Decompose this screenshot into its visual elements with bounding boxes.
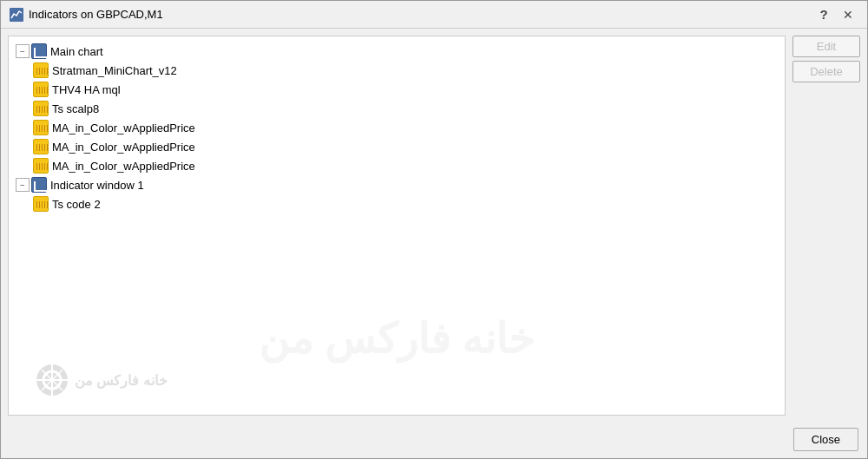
dialog-footer: Close [1, 423, 867, 458]
help-button[interactable]: ? [813, 4, 834, 25]
indicator-window-label: Indicator window 1 [50, 179, 144, 192]
svg-point-2 [43, 371, 61, 389]
watermark-logo-label: خانه فارکس من [75, 372, 168, 389]
indicator-icon-2 [33, 82, 49, 97]
list-item[interactable]: MA_in_Color_wAppliedPrice [12, 118, 781, 137]
indicator-icon-4 [33, 120, 49, 135]
title-bar-left: Indicators on GBPCAD,M1 [10, 8, 163, 22]
tree-group-main-chart[interactable]: − Main chart [12, 42, 781, 61]
close-window-button[interactable]: ✕ [838, 4, 858, 25]
title-bar: Indicators on GBPCAD,M1 ? ✕ [1, 1, 867, 29]
indicator-icon-6 [33, 158, 49, 174]
chart-folder-icon [31, 43, 47, 59]
watermark-logo-icon [35, 363, 69, 397]
item-label-1: Stratman_MiniChart_v12 [52, 64, 177, 77]
indicator-icon-1 [33, 62, 49, 78]
tree-panel: − Main chart Stratman_MiniChart_v12 THV4… [8, 36, 786, 416]
item-label-4: MA_in_Color_wAppliedPrice [52, 121, 195, 134]
collapse-main-chart[interactable]: − [16, 44, 30, 58]
list-item[interactable]: Ts code 2 [12, 194, 781, 213]
indicator-icon-5 [33, 139, 49, 154]
list-item[interactable]: Stratman_MiniChart_v12 [12, 61, 781, 80]
list-item[interactable]: Ts scalp8 [12, 99, 781, 118]
item-label-6: MA_in_Color_wAppliedPrice [52, 160, 195, 173]
indicator-icon-7 [33, 196, 49, 212]
item-label-3: Ts scalp8 [52, 102, 99, 115]
list-item[interactable]: MA_in_Color_wAppliedPrice [12, 137, 781, 156]
indicator-window-folder-icon [31, 177, 47, 193]
title-bar-controls: ? ✕ [813, 4, 858, 25]
list-item[interactable]: MA_in_Color_wAppliedPrice [12, 156, 781, 175]
list-item[interactable]: THV4 HA mql [12, 80, 781, 99]
close-dialog-button[interactable]: Close [793, 428, 858, 451]
watermark-logo: خانه فارکس من [35, 363, 168, 397]
svg-point-1 [36, 364, 68, 396]
indicator-icon-3 [33, 101, 49, 116]
collapse-indicator-window[interactable]: − [16, 178, 30, 192]
tree-content: − Main chart Stratman_MiniChart_v12 THV4… [9, 36, 785, 219]
main-chart-label: Main chart [50, 45, 103, 58]
window-title: Indicators on GBPCAD,M1 [29, 8, 163, 21]
window-icon [10, 8, 23, 22]
watermark-text: خانه فارکس من [259, 314, 536, 363]
delete-button[interactable]: Delete [792, 61, 860, 82]
side-panel: Edit Delete [789, 29, 867, 423]
item-label-2: THV4 HA mql [52, 83, 121, 96]
edit-button[interactable]: Edit [792, 36, 860, 57]
tree-group-indicator-window[interactable]: − Indicator window 1 [12, 175, 781, 194]
dialog-body: − Main chart Stratman_MiniChart_v12 THV4… [1, 29, 867, 423]
item-label-7: Ts code 2 [52, 198, 101, 211]
item-label-5: MA_in_Color_wAppliedPrice [52, 141, 195, 154]
indicators-dialog: Indicators on GBPCAD,M1 ? ✕ − Main chart… [0, 0, 868, 459]
